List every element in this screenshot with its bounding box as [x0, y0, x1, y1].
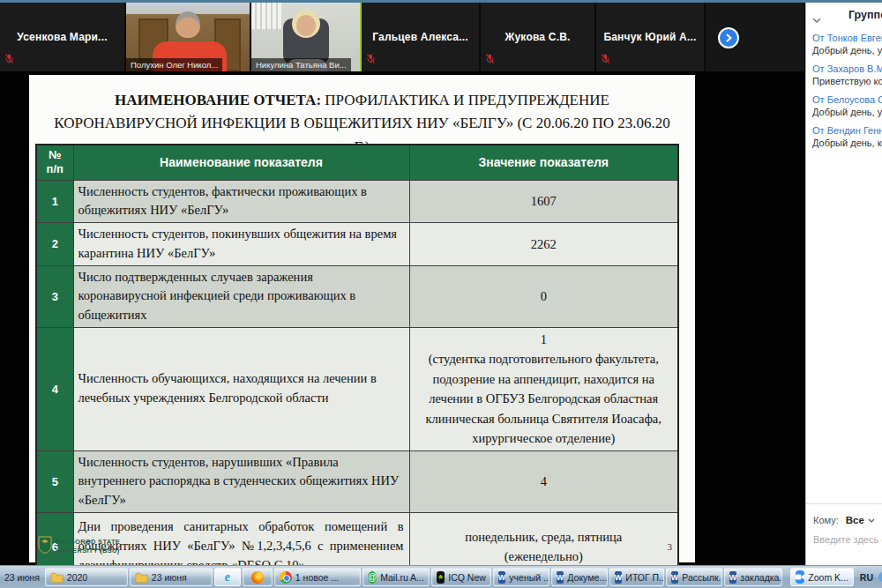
taskbar-label: 2020 [67, 572, 87, 583]
slide-page-number: 3 [668, 541, 673, 552]
report-title-label: НАИМЕНОВАНИЕ ОТЧЕТА: [115, 92, 321, 108]
taskbar-word-doc2[interactable]: W Докуме... [551, 568, 608, 586]
participant-head [296, 15, 316, 36]
table-row: 1 Численность студентов, фактически прож… [36, 180, 678, 223]
taskbar-internet-explorer[interactable]: e [214, 568, 241, 586]
taskbar-label: Докуме... [567, 572, 607, 583]
word-icon: W [498, 571, 506, 584]
row-number: 4 [36, 327, 73, 450]
zoom-icon [796, 570, 804, 584]
internet-explorer-icon: e [225, 570, 230, 584]
chat-message-input[interactable]: Введите здесь сообщ [813, 534, 882, 545]
university-logo: BELGOROD STATE UNIVERSITY (BSU) [38, 536, 120, 557]
taskbar-label: Рассылк... [682, 572, 722, 583]
participant-tile-zhukova[interactable]: Жукова С.В. [481, 3, 596, 71]
participant-tile-usenkova[interactable]: Усенкова Мари... [0, 3, 126, 71]
table-row: 4 Численность обучающихся, находящихся н… [36, 327, 678, 450]
background-blinds [251, 3, 281, 29]
chat-footer: Кому: Все Введите здесь сообщ [806, 503, 882, 565]
chat-message: От Белоусова Оксана Добрый день, уваж [812, 94, 882, 117]
folder-icon [135, 572, 148, 583]
header-num: № п/п [36, 145, 73, 180]
taskbar-label: Zoom K... [808, 572, 848, 583]
taskbar-word-doc5[interactable]: W закладка... [724, 568, 782, 586]
chat-message: От Захаров В.М. кому Приветствую колле [812, 63, 882, 86]
msg-text: Добрый день, уваж [812, 107, 882, 117]
table-row: 3 Число подтвержденных случаев заражения… [36, 265, 678, 327]
participant-tile-banchuk[interactable]: Банчук Юрий А... [596, 3, 706, 71]
participant-tile-polukhin[interactable]: Полухин Олег Никол... [126, 3, 251, 71]
mailru-icon: @ [368, 571, 377, 584]
shared-slide: НАИМЕНОВАНИЕ ОТЧЕТА: ПРОФИЛАКТИКА И ПРЕД… [29, 75, 695, 562]
chat-message: От Вендин Геннадий Г Добрый день, колл [812, 125, 882, 148]
taskbar-mailru[interactable]: @ Mail.ru A... [363, 568, 430, 586]
mic-muted-icon [486, 51, 494, 67]
mic-muted-icon [5, 51, 13, 67]
participant-name: Гальцев Алекса... [362, 3, 479, 71]
collapse-pill-icon[interactable] [878, 572, 882, 582]
chevron-right-icon [725, 30, 732, 46]
chrome-icon [280, 571, 292, 584]
participant-name: Усенкова Мари... [0, 3, 124, 71]
header-value: Значение показателя [409, 145, 678, 180]
participant-name: Полухин Олег Никол... [126, 58, 222, 71]
participant-name: Никулина Татьяна Ви... [251, 58, 351, 71]
msg-from-prefix: От [812, 94, 825, 105]
msg-sender: Белоусова Оксана [827, 94, 882, 105]
row-value: 1607 [409, 180, 678, 223]
participant-name: Жукова С.В. [481, 3, 594, 71]
chat-header: Группо [806, 3, 882, 27]
send-to-value: Все [846, 515, 864, 525]
row-value: 4 [409, 450, 678, 512]
icq-icon: * [437, 571, 445, 584]
word-icon: W [671, 571, 679, 584]
taskbar-folder-2020[interactable]: 2020 [45, 568, 128, 586]
video-strip-spacer [706, 3, 804, 71]
taskbar-word-doc3[interactable]: W ИТОГ П... [609, 568, 664, 586]
taskbar-label: ИТОГ П... [625, 572, 664, 583]
table-row: 5 Численность студентов, нарушивших «Пра… [36, 450, 678, 512]
table-header-row: № п/п Наименование показателя Значение п… [36, 145, 678, 180]
taskbar-label: ученый ... [509, 572, 549, 583]
msg-text: Добрый день, колл [812, 138, 882, 148]
word-icon: W [729, 571, 737, 584]
row-number: 5 [36, 450, 73, 512]
windows-taskbar: 23 июня 2020 23 июня e 1 новое ... @ Mai… [0, 565, 882, 588]
folder-icon [50, 572, 64, 583]
logo-line1: BELGOROD STATE [56, 538, 120, 547]
msg-from-prefix: От [812, 33, 825, 43]
header-indicator: Наименование показателя [73, 145, 409, 180]
language-indicator[interactable]: RU [855, 572, 878, 583]
logo-line2: UNIVERSITY (BSU) [56, 547, 120, 555]
taskbar-folder-23-june[interactable]: 23 июня [130, 568, 213, 586]
taskbar-chrome[interactable]: 1 новое ... [274, 568, 361, 586]
taskbar-word-doc4[interactable]: W Рассылк... [666, 568, 722, 586]
msg-sender: Захаров В.М. [827, 63, 882, 74]
row-indicator: Численность студентов, нарушивших «Прави… [73, 450, 409, 512]
row-number: 2 [36, 223, 73, 266]
participant-name: Банчук Юрий А... [596, 3, 704, 71]
chevron-down-icon[interactable] [812, 11, 821, 26]
table-row: 2 Численность студентов, покинувших обще… [36, 223, 678, 266]
msg-sender: Вендин Геннадий Г [827, 125, 882, 136]
participant-tile-galtsev[interactable]: Гальцев Алекса... [362, 3, 481, 71]
chat-message: От Тонков Евгений Ев Добрый день, уваж [812, 33, 882, 56]
taskbar-icq[interactable]: * ICQ New [431, 568, 491, 586]
msg-text: Добрый день, уваж [812, 45, 882, 56]
taskbar-word-doc1[interactable]: W ученый ... [493, 568, 549, 586]
word-icon: W [615, 571, 623, 584]
row-number: 1 [36, 180, 73, 223]
mic-muted-icon [367, 51, 375, 67]
taskbar-firefox[interactable] [243, 568, 273, 586]
word-icon: W [557, 571, 564, 584]
participant-tile-nikulina[interactable]: Никулина Татьяна Ви... [251, 3, 362, 71]
send-to-dropdown[interactable]: Все [846, 515, 875, 525]
taskbar-zoom[interactable]: Zoom K... [790, 568, 854, 586]
next-participants-button[interactable] [718, 27, 739, 48]
msg-text: Приветствую колле [812, 76, 882, 86]
taskbar-label: закладка... [740, 572, 782, 583]
chat-message-list: От Тонков Евгений Ев Добрый день, уваж О… [806, 27, 882, 148]
chat-title: Группо [848, 9, 882, 21]
taskbar-item-date[interactable]: 23 июня [2, 572, 44, 583]
university-shield-icon [38, 536, 52, 557]
